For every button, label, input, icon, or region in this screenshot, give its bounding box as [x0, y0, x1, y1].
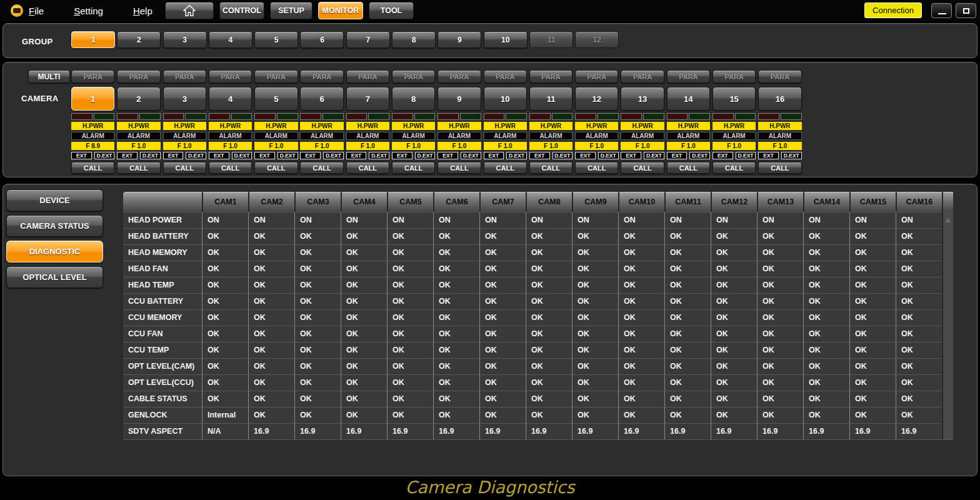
call-button[interactable]: CALL	[712, 162, 756, 174]
para-button[interactable]: PARA	[438, 70, 481, 83]
table-scrollbar[interactable]	[942, 192, 953, 439]
group-button[interactable]: 7	[346, 31, 390, 48]
table-body: HEAD POWER ON ON ON ON	[123, 212, 953, 440]
call-button[interactable]: CALL	[392, 162, 435, 174]
para-button[interactable]: PARA	[209, 70, 252, 83]
camera-select-button[interactable]: 4	[209, 87, 252, 111]
camera-select-button[interactable]: 1	[71, 87, 114, 111]
table-cell: ON	[341, 212, 387, 228]
camera-column: 8 H.PWR ALARM F 1.0 EXT D.EXT CALL	[392, 87, 435, 174]
para-button[interactable]: PARA	[667, 70, 710, 83]
group-button[interactable]: 1	[71, 31, 115, 48]
table-cell: OK	[896, 277, 942, 293]
nav-button[interactable]: MONITOR	[318, 2, 363, 19]
group-button[interactable]: 8	[392, 31, 436, 48]
camera-select-button[interactable]: 6	[300, 87, 343, 111]
call-button[interactable]: CALL	[758, 162, 801, 174]
sidebar-item[interactable]: DIAGNOSTIC	[6, 241, 103, 262]
camera-select-button[interactable]: 13	[621, 87, 664, 111]
para-button[interactable]: PARA	[163, 70, 206, 83]
para-button[interactable]: PARA	[300, 70, 343, 83]
camera-select-button[interactable]: 15	[712, 87, 756, 111]
table-cell: OK	[387, 277, 433, 293]
call-button[interactable]: CALL	[575, 162, 618, 174]
para-button[interactable]: PARA	[392, 70, 435, 83]
nav-button[interactable]: SETUP	[270, 2, 312, 19]
menu-item[interactable]: Help	[133, 6, 152, 16]
table-cell: OK	[294, 326, 341, 342]
nav-button[interactable]: TOOL	[369, 2, 414, 19]
group-button[interactable]: 2	[117, 31, 161, 48]
group-button[interactable]: 6	[300, 31, 344, 48]
extender-indicators: EXT D.EXT	[392, 152, 435, 159]
para-button[interactable]: PARA	[71, 70, 114, 83]
call-button[interactable]: CALL	[484, 162, 527, 174]
iris-f-value-indicator: F 1.0	[117, 142, 160, 150]
camera-select-button[interactable]: 8	[392, 87, 435, 111]
camera-select-button[interactable]: 12	[575, 87, 618, 111]
group-button[interactable]: 5	[254, 31, 298, 48]
group-button[interactable]: 4	[209, 31, 252, 48]
camera-select-button[interactable]: 14	[667, 87, 710, 111]
sidebar-item[interactable]: CAMERA STATUS	[6, 215, 103, 237]
call-button[interactable]: CALL	[438, 162, 481, 174]
menu-item[interactable]: Setting	[74, 6, 103, 16]
camera-select-button[interactable]: 5	[254, 87, 298, 111]
group-button[interactable]: 11	[529, 31, 573, 48]
call-button[interactable]: CALL	[209, 162, 252, 174]
camera-select-button[interactable]: 9	[438, 87, 481, 111]
para-button[interactable]: PARA	[712, 70, 756, 83]
extender-indicators: EXT D.EXT	[163, 152, 206, 159]
para-button[interactable]: PARA	[621, 70, 664, 83]
table-cell: OK	[572, 261, 618, 277]
group-button[interactable]: 10	[484, 31, 528, 48]
call-button[interactable]: CALL	[621, 162, 664, 174]
camera-select-button[interactable]: 10	[484, 87, 527, 111]
connection-button[interactable]: Connection	[864, 2, 922, 18]
para-button[interactable]: PARA	[254, 70, 298, 83]
titlebar-right: Connection	[864, 2, 976, 18]
camera-select-button[interactable]: 16	[758, 87, 801, 111]
para-button[interactable]: PARA	[575, 70, 618, 83]
camera-select-button[interactable]: 2	[117, 87, 160, 111]
group-button[interactable]: 12	[575, 31, 619, 48]
call-button[interactable]: CALL	[254, 162, 298, 174]
para-button[interactable]: PARA	[346, 70, 389, 83]
call-button[interactable]: CALL	[300, 162, 343, 174]
nav-button-group: CONTROL SETUP MONITOR TOOL	[219, 2, 414, 19]
group-button[interactable]: 3	[163, 31, 207, 48]
group-button[interactable]: 9	[438, 31, 481, 48]
scroll-up-icon[interactable]	[945, 218, 951, 222]
call-button[interactable]: CALL	[71, 162, 114, 174]
table-cell: OK	[387, 391, 433, 407]
table-cell: OK	[711, 244, 757, 261]
call-button[interactable]: CALL	[529, 162, 572, 174]
sidebar-item[interactable]: OPTICAL LEVEL	[6, 266, 103, 288]
multi-button[interactable]: MULTI	[28, 70, 70, 83]
nav-button[interactable]: CONTROL	[219, 2, 264, 19]
table-cell: OK	[479, 277, 526, 293]
menu-item[interactable]: File	[29, 6, 44, 16]
call-button[interactable]: CALL	[667, 162, 710, 174]
call-button[interactable]: CALL	[117, 162, 160, 174]
table-cell: 16.9	[341, 423, 387, 439]
table-cell: OK	[803, 228, 849, 244]
para-button[interactable]: PARA	[529, 70, 572, 83]
para-button[interactable]: PARA	[484, 70, 527, 83]
call-button[interactable]: CALL	[346, 162, 389, 174]
maximize-button[interactable]	[956, 3, 976, 18]
camera-select-button[interactable]: 11	[529, 87, 572, 111]
column-header: CAM9	[572, 192, 618, 212]
table-cell: OK	[618, 342, 664, 358]
camera-select-button[interactable]: 3	[163, 87, 206, 111]
para-button[interactable]: PARA	[758, 70, 801, 83]
call-button[interactable]: CALL	[163, 162, 206, 174]
camera-select-button[interactable]: 7	[346, 87, 389, 111]
para-button[interactable]: PARA	[117, 70, 160, 83]
home-button[interactable]	[165, 2, 214, 19]
minimize-button[interactable]	[931, 3, 952, 18]
tally-red-led	[254, 113, 276, 120]
table-cell: OK	[618, 309, 664, 326]
sidebar-item[interactable]: DEVICE	[6, 189, 103, 211]
table-cell: OK	[849, 342, 896, 358]
